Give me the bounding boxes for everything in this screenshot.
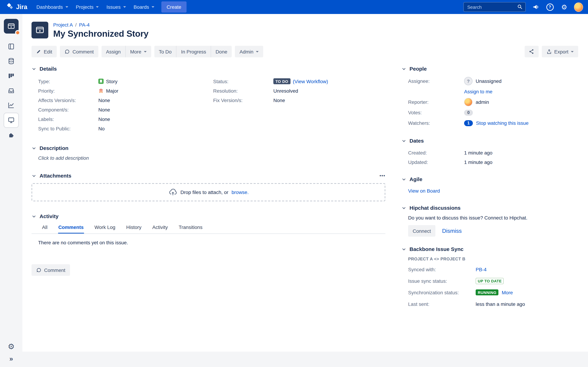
- description-placeholder[interactable]: Click to add description: [38, 155, 385, 161]
- chevron-down-icon: [256, 51, 259, 52]
- menu-projects[interactable]: Projects: [72, 2, 102, 12]
- breadcrumb-project-link[interactable]: Project A: [53, 22, 73, 28]
- description-section: Description Click to add description: [32, 145, 385, 161]
- issue-title-block: Project A / PA-4 My Synchronized Story: [53, 22, 148, 39]
- issue-header: Project A / PA-4 My Synchronized Story: [32, 22, 578, 39]
- people-section: People Assignee: ? Unassigned: [401, 66, 578, 128]
- create-button[interactable]: Create: [161, 1, 187, 13]
- collapse-chevron-icon[interactable]: [32, 146, 36, 150]
- details-section: Details Type:: [32, 66, 385, 133]
- project-sidebar: ⚙ »: [0, 14, 22, 367]
- sidebar-bottom: ⚙ »: [8, 342, 15, 363]
- sidebar-issues-icon[interactable]: [3, 83, 19, 98]
- tab-all[interactable]: All: [42, 224, 48, 234]
- user-avatar[interactable]: [574, 2, 583, 12]
- collapse-chevron-icon[interactable]: [401, 138, 406, 143]
- menu-issues[interactable]: Issues: [103, 2, 129, 12]
- collapse-chevron-icon[interactable]: [401, 247, 406, 251]
- assignee-row: Assignee: ? Unassigned: [401, 76, 578, 86]
- assign-button[interactable]: Assign: [102, 46, 125, 57]
- collapse-chevron-icon[interactable]: [401, 205, 406, 210]
- main-menu: Dashboards Projects Issues Boards: [33, 2, 158, 12]
- menu-boards[interactable]: Boards: [130, 2, 158, 12]
- field-priority: Priority: Major: [38, 86, 213, 95]
- edit-button[interactable]: Edit: [32, 46, 57, 57]
- attachments-menu-icon[interactable]: •••: [380, 173, 385, 178]
- chevron-down-icon: [65, 6, 68, 8]
- more-button[interactable]: More: [125, 46, 151, 57]
- comment-bubble-icon: [36, 267, 42, 273]
- synced-issue-link[interactable]: PB-4: [476, 267, 486, 272]
- people-header: People: [401, 66, 578, 72]
- view-on-board-link[interactable]: View on Board: [408, 188, 440, 194]
- sync-more-link[interactable]: More: [502, 290, 513, 295]
- assign-more-group: Assign More: [102, 46, 151, 57]
- tab-transitions[interactable]: Transitions: [178, 224, 203, 234]
- collapse-chevron-icon[interactable]: [32, 66, 36, 71]
- collapse-chevron-icon[interactable]: [32, 173, 36, 178]
- sidebar-releases-icon[interactable]: [3, 54, 19, 68]
- tab-comments[interactable]: Comments: [58, 224, 84, 234]
- section-title: Agile: [409, 176, 422, 182]
- reporter-avatar: [464, 98, 473, 106]
- project-avatar[interactable]: [4, 19, 18, 33]
- backbone-sync-section: Backbone Issue Sync PROJECT A <> PROJECT…: [401, 246, 578, 310]
- workflow-group: To Do In Progress Done: [154, 46, 232, 57]
- running-badge: RUNNING: [476, 289, 499, 295]
- watchers-row: Watchers: 1 Stop watching this issue: [401, 118, 578, 128]
- sidebar-active-sprints-icon[interactable]: [3, 113, 19, 128]
- sidebar-board-icon[interactable]: [3, 68, 19, 83]
- assign-to-me-link[interactable]: Assign to me: [464, 89, 493, 94]
- export-button[interactable]: Export: [542, 46, 578, 57]
- votes-badge[interactable]: 0: [464, 109, 473, 116]
- browse-link[interactable]: browse.: [232, 189, 249, 195]
- notification-badge: [15, 30, 20, 35]
- section-title: Activity: [40, 213, 59, 219]
- sidebar-backlog-icon[interactable]: [3, 39, 19, 54]
- comment-button[interactable]: Comment: [60, 46, 98, 57]
- tab-work-log[interactable]: Work Log: [94, 224, 116, 234]
- settings-gear-icon[interactable]: ⚙: [560, 2, 569, 12]
- activity-section: Activity All Comments Work Log History A…: [32, 213, 385, 276]
- help-icon[interactable]: ?: [545, 2, 554, 12]
- section-title: Description: [40, 145, 69, 151]
- todo-transition-button[interactable]: To Do: [154, 46, 176, 57]
- jira-logo[interactable]: Jira: [6, 2, 27, 12]
- comment-footer: Comment: [32, 264, 385, 276]
- admin-button[interactable]: Admin: [235, 46, 263, 57]
- project-settings-gear-icon[interactable]: ⚙: [8, 342, 15, 351]
- hipchat-dismiss-link[interactable]: Dismiss: [442, 228, 462, 234]
- field-type: Type: Story: [38, 76, 213, 86]
- issue-project-icon[interactable]: [32, 22, 48, 38]
- sidebar-expand-icon[interactable]: »: [9, 355, 13, 363]
- created-row: Created: 1 minute ago: [401, 148, 578, 157]
- field-labels: Labels: None: [38, 114, 213, 124]
- search-icon[interactable]: [517, 4, 523, 11]
- jira-logo-text: Jira: [16, 3, 27, 11]
- hipchat-connect-button[interactable]: Connect: [408, 225, 435, 237]
- view-workflow-link[interactable]: (View Workflow): [293, 78, 328, 84]
- menu-dashboards[interactable]: Dashboards: [33, 2, 72, 12]
- sidebar-addons-icon[interactable]: [3, 128, 19, 143]
- search-input[interactable]: [463, 2, 526, 12]
- share-icon: [528, 49, 535, 55]
- priority-major-icon: [98, 88, 104, 93]
- last-sent-row: Last sent: less than a minute ago: [401, 298, 578, 310]
- breadcrumb-issue-link[interactable]: PA-4: [79, 22, 90, 28]
- attachments-dropzone[interactable]: Drop files to attach, or browse.: [32, 183, 385, 201]
- tab-activity[interactable]: Activity: [152, 224, 168, 234]
- share-button[interactable]: [525, 46, 538, 57]
- sidebar-reports-icon[interactable]: [3, 98, 19, 113]
- collapse-chevron-icon[interactable]: [32, 214, 36, 219]
- activity-header: Activity: [32, 213, 385, 219]
- details-header: Details: [32, 66, 385, 72]
- collapse-chevron-icon[interactable]: [401, 66, 406, 71]
- in-progress-transition-button[interactable]: In Progress: [176, 46, 211, 57]
- footer-comment-button[interactable]: Comment: [32, 264, 70, 276]
- tab-history[interactable]: History: [126, 224, 142, 234]
- stop-watching-link[interactable]: Stop watching this issue: [476, 120, 528, 126]
- collapse-chevron-icon[interactable]: [401, 177, 406, 182]
- feedback-megaphone-icon[interactable]: [531, 2, 540, 12]
- watchers-badge[interactable]: 1: [464, 120, 473, 126]
- done-transition-button[interactable]: Done: [211, 46, 232, 57]
